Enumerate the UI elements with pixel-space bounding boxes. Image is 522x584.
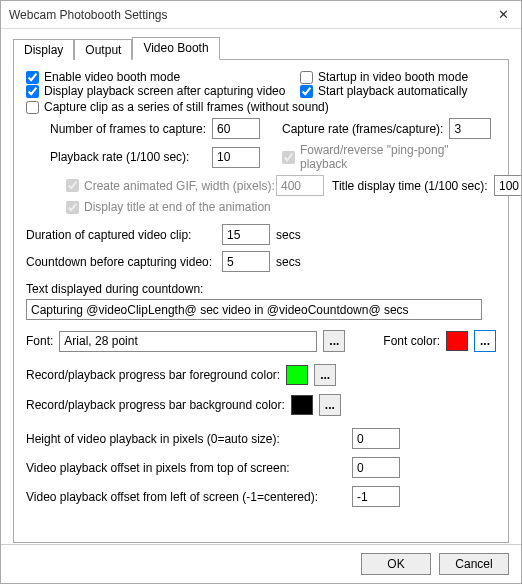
input-num-frames[interactable] bbox=[212, 118, 260, 139]
tab-display[interactable]: Display bbox=[13, 39, 74, 60]
dots-label: ... bbox=[480, 334, 490, 348]
lbl-secs2: secs bbox=[276, 255, 496, 269]
lbl-height-playback: Height of video playback in pixels (0=au… bbox=[26, 432, 352, 446]
chk-start-auto[interactable]: Start playback automatically bbox=[300, 84, 496, 98]
swatch-progress-fg bbox=[286, 365, 308, 385]
chk-label: Startup in video booth mode bbox=[318, 70, 468, 84]
lbl-num-frames: Number of frames to capture: bbox=[50, 122, 212, 136]
btn-label: OK bbox=[387, 557, 404, 571]
chk-label: Start playback automatically bbox=[318, 84, 467, 98]
chk-display-title: Display title at end of the animation bbox=[66, 200, 496, 214]
input-countdown-text[interactable] bbox=[26, 299, 482, 320]
checkbox-display-title bbox=[66, 201, 79, 214]
chk-anim-gif: Create animated GIF, width (pixels): bbox=[66, 179, 276, 193]
ok-button[interactable]: OK bbox=[361, 553, 431, 575]
checkbox-display-playback[interactable] bbox=[26, 85, 39, 98]
input-gif-width bbox=[276, 175, 324, 196]
close-icon[interactable]: ✕ bbox=[493, 5, 513, 25]
titlebar: Webcam Photobooth Settings ✕ bbox=[1, 1, 521, 29]
chk-enable-video-booth[interactable]: Enable video booth mode bbox=[26, 70, 296, 84]
checkbox-enable[interactable] bbox=[26, 71, 39, 84]
chk-label: Create animated GIF, width (pixels): bbox=[84, 179, 275, 193]
lbl-offset-left: Video playback offset from left of scree… bbox=[26, 490, 352, 504]
input-height-playback[interactable] bbox=[352, 428, 400, 449]
checkbox-capture-series[interactable] bbox=[26, 101, 39, 114]
chk-display-playback[interactable]: Display playback screen after capturing … bbox=[26, 84, 296, 98]
input-title-display-time[interactable] bbox=[494, 175, 521, 196]
tab-panel-video-booth: Enable video booth mode Startup in video… bbox=[13, 59, 509, 543]
chk-capture-series[interactable]: Capture clip as a series of still frames… bbox=[26, 100, 496, 114]
lbl-title-display-time: Title display time (1/100 sec): bbox=[332, 179, 494, 193]
tab-output[interactable]: Output bbox=[74, 39, 132, 60]
dots-label: ... bbox=[329, 334, 339, 348]
checkbox-startup[interactable] bbox=[300, 71, 313, 84]
dialog-footer: OK Cancel bbox=[1, 544, 521, 583]
input-offset-left[interactable] bbox=[352, 486, 400, 507]
lbl-playback-rate: Playback rate (1/100 sec): bbox=[50, 150, 212, 164]
lbl-font: Font: bbox=[26, 334, 53, 348]
lbl-progress-bg: Record/playback progress bar background … bbox=[26, 398, 285, 412]
lbl-countdown-text: Text displayed during countdown: bbox=[26, 282, 203, 296]
dots-label: ... bbox=[325, 398, 335, 412]
frames-row-1: Number of frames to capture: Capture rat… bbox=[50, 118, 496, 171]
chk-startup-video-booth[interactable]: Startup in video booth mode bbox=[300, 70, 496, 84]
btn-font-browse[interactable]: ... bbox=[323, 330, 345, 352]
dots-label: ... bbox=[320, 368, 330, 382]
cancel-button[interactable]: Cancel bbox=[439, 553, 509, 575]
lbl-offset-top: Video playback offset in pixels from top… bbox=[26, 461, 352, 475]
chk-pingpong: Foward/reverse "ping-pong" playback bbox=[282, 143, 496, 171]
btn-progress-bg-browse[interactable]: ... bbox=[319, 394, 341, 416]
input-font[interactable] bbox=[59, 331, 317, 352]
btn-font-color-browse[interactable]: ... bbox=[474, 330, 496, 352]
chk-label: Enable video booth mode bbox=[44, 70, 180, 84]
checkbox-anim-gif bbox=[66, 179, 79, 192]
btn-label: Cancel bbox=[455, 557, 492, 571]
chk-label: Capture clip as a series of still frames… bbox=[44, 100, 329, 114]
swatch-progress-bg bbox=[291, 395, 313, 415]
lbl-countdown: Countdown before capturing video: bbox=[26, 255, 222, 269]
window-title: Webcam Photobooth Settings bbox=[9, 8, 168, 22]
tab-video-booth[interactable]: Video Booth bbox=[132, 37, 219, 60]
input-playback-rate[interactable] bbox=[212, 147, 260, 168]
lbl-font-color: Font color: bbox=[383, 334, 440, 348]
chk-label: Foward/reverse "ping-pong" playback bbox=[300, 143, 496, 171]
chk-label: Display title at end of the animation bbox=[84, 200, 271, 214]
input-countdown[interactable] bbox=[222, 251, 270, 272]
checkbox-start-auto[interactable] bbox=[300, 85, 313, 98]
lbl-duration: Duration of captured video clip: bbox=[26, 228, 222, 242]
tab-strip: Display Output Video Booth bbox=[13, 37, 509, 60]
chk-label: Display playback screen after capturing … bbox=[44, 84, 285, 98]
settings-dialog: Webcam Photobooth Settings ✕ Display Out… bbox=[0, 0, 522, 584]
input-capture-rate[interactable] bbox=[449, 118, 491, 139]
btn-progress-fg-browse[interactable]: ... bbox=[314, 364, 336, 386]
lbl-progress-fg: Record/playback progress bar foreground … bbox=[26, 368, 280, 382]
input-duration[interactable] bbox=[222, 224, 270, 245]
lbl-secs1: secs bbox=[276, 228, 496, 242]
content-area: Display Output Video Booth Enable video … bbox=[1, 29, 521, 544]
lbl-capture-rate: Capture rate (frames/capture): bbox=[282, 122, 443, 136]
checkbox-pingpong bbox=[282, 151, 295, 164]
swatch-font-color bbox=[446, 331, 468, 351]
input-offset-top[interactable] bbox=[352, 457, 400, 478]
